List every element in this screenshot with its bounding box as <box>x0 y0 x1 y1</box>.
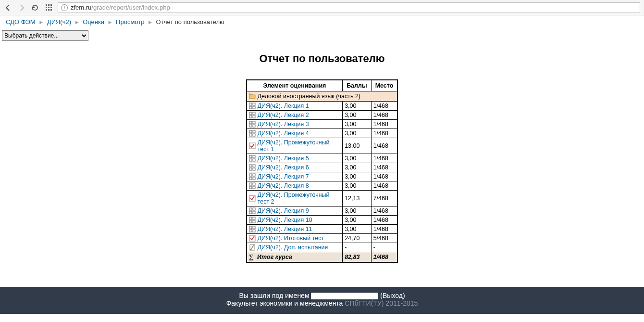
grade-score: 3,00 <box>343 181 372 191</box>
table-row: ДИЯ(ч2). Промежуточный тест 113,001/468 <box>247 138 398 154</box>
breadcrumb-sep-icon: ► <box>148 19 153 25</box>
grade-score: 3,00 <box>343 172 372 181</box>
sigma-icon: ∑ <box>249 253 254 260</box>
lesson-icon <box>249 217 256 223</box>
lesson-icon <box>249 130 256 137</box>
lesson-icon <box>249 112 256 118</box>
breadcrumb-link-view[interactable]: Просмотр <box>116 18 144 26</box>
lesson-icon <box>249 164 256 171</box>
apps-button[interactable] <box>44 3 53 12</box>
assignment-icon <box>249 244 256 251</box>
forward-button[interactable] <box>17 3 26 12</box>
lesson-icon <box>249 103 256 109</box>
grade-item-link[interactable]: ДИЯ(ч2). Промежуточный тест 1 <box>258 139 341 153</box>
grade-rank: 1/468 <box>371 181 397 191</box>
lesson-icon <box>249 226 256 232</box>
site-info-icon[interactable]: i <box>61 4 68 11</box>
logout-link[interactable]: (Выход) <box>380 292 405 299</box>
table-row: ДИЯ(ч2). Лекция 33,001/468 <box>247 120 398 129</box>
address-bar[interactable]: i zfem.ru/grade/report/user/index.php <box>58 2 640 13</box>
breadcrumb-link-grades[interactable]: Оценки <box>83 18 104 26</box>
table-row: ДИЯ(ч2). Лекция 23,001/468 <box>247 111 398 120</box>
grade-score: 3,00 <box>343 225 372 234</box>
table-row: ДИЯ(ч2). Лекция 43,001/468 <box>247 129 398 138</box>
course-label: Деловой иностранный язык (часть 2) <box>258 93 360 100</box>
grade-item-link[interactable]: ДИЯ(ч2). Лекция 4 <box>258 130 309 137</box>
table-row: ДИЯ(ч2). Лекция 13,001/468 <box>247 102 398 111</box>
table-row: ДИЯ(ч2). Итоговый тест24,705/468 <box>247 234 398 243</box>
grade-score: 3,00 <box>343 206 372 216</box>
header-score: Баллы <box>343 80 372 91</box>
grades-table: Элемент оценивания Баллы Место Деловой и… <box>246 79 398 263</box>
header-rank: Место <box>371 80 397 91</box>
lesson-icon <box>249 182 256 189</box>
breadcrumb-link-home[interactable]: СДО ФЭМ <box>6 18 36 26</box>
grade-item-link[interactable]: ДИЯ(ч2). Лекция 2 <box>258 112 309 118</box>
grade-rank: 1/468 <box>371 172 397 181</box>
grade-rank: 1/468 <box>371 216 397 225</box>
breadcrumb-sep-icon: ► <box>74 19 80 25</box>
grade-rank: 7/468 <box>371 191 397 206</box>
table-row: ДИЯ(ч2). Лекция 93,001/468 <box>247 206 398 216</box>
grade-item-link[interactable]: ДИЯ(ч2). Итоговый тест <box>258 235 324 242</box>
total-score: 82,83 <box>343 252 372 263</box>
lesson-icon <box>249 155 256 162</box>
faculty-text: Факультет экономики и менеджмента <box>226 299 345 307</box>
url-path: /grade/report/user/index.php <box>91 4 170 11</box>
grade-item-link[interactable]: ДИЯ(ч2). Лекция 10 <box>258 217 312 223</box>
grade-item-link[interactable]: ДИЯ(ч2). Лекция 6 <box>258 164 309 171</box>
reload-button[interactable] <box>31 3 39 12</box>
total-rank: 1/468 <box>371 252 397 263</box>
action-select[interactable]: Выбрать действие... <box>2 30 88 41</box>
grade-score: - <box>343 243 372 252</box>
header-item: Элемент оценивания <box>247 80 343 91</box>
course-row: Деловой иностранный язык (часть 2) <box>247 91 398 102</box>
grade-item-link[interactable]: ДИЯ(ч2). Лекция 5 <box>258 155 309 162</box>
table-row: ДИЯ(ч2). Лекция 53,001/468 <box>247 154 398 163</box>
grade-rank: - <box>371 243 397 252</box>
grade-score: 3,00 <box>343 102 372 111</box>
grade-item-link[interactable]: ДИЯ(ч2). Лекция 9 <box>258 207 309 214</box>
total-label: Итог курса <box>257 254 292 260</box>
logged-in-text: Вы зашли под именем <box>239 292 311 299</box>
total-row: ∑ Итог курса 82,83 1/468 <box>247 252 398 263</box>
grade-score: 13,00 <box>343 138 372 154</box>
grade-item-link[interactable]: ДИЯ(ч2). Лекция 3 <box>258 121 309 128</box>
grade-item-link[interactable]: ДИЯ(ч2). Лекция 8 <box>258 182 309 189</box>
username-redacted <box>311 293 378 299</box>
grade-rank: 1/468 <box>371 206 397 216</box>
url-host: zfem.ru <box>71 4 91 11</box>
table-row: ДИЯ(ч2). Доп. испытания-- <box>247 243 398 252</box>
grade-score: 3,00 <box>343 154 372 163</box>
grade-score: 12,13 <box>343 191 372 206</box>
lesson-icon <box>249 121 256 128</box>
table-row: ДИЯ(ч2). Лекция 63,001/468 <box>247 163 398 172</box>
grade-rank: 5/468 <box>371 234 397 243</box>
grade-rank: 1/468 <box>371 154 397 163</box>
grade-score: 3,00 <box>343 163 372 172</box>
grade-item-link[interactable]: ДИЯ(ч2). Лекция 11 <box>258 226 312 232</box>
grade-rank: 1/468 <box>371 138 397 154</box>
table-row: ДИЯ(ч2). Лекция 103,001/468 <box>247 216 398 225</box>
grade-item-link[interactable]: ДИЯ(ч2). Доп. испытания <box>258 244 328 251</box>
quiz-icon <box>249 195 256 202</box>
grade-item-link[interactable]: ДИЯ(ч2). Лекция 1 <box>258 103 309 109</box>
table-row: ДИЯ(ч2). Лекция 83,001/468 <box>247 181 398 191</box>
table-row: ДИЯ(ч2). Лекция 113,001/468 <box>247 225 398 234</box>
grade-item-link[interactable]: ДИЯ(ч2). Лекция 7 <box>258 173 309 180</box>
org-link[interactable]: СПбГТИ(ТУ) 2011-2015 <box>345 299 418 307</box>
breadcrumb-sep-icon: ► <box>38 19 44 25</box>
lesson-icon <box>249 207 256 214</box>
browser-toolbar: i zfem.ru/grade/report/user/index.php <box>0 0 644 15</box>
table-row: ДИЯ(ч2). Промежуточный тест 212,137/468 <box>247 191 398 206</box>
grade-score: 3,00 <box>343 120 372 129</box>
page-footer: Вы зашли под именем (Выход) Факультет эк… <box>0 287 644 314</box>
breadcrumb-link-course[interactable]: ДИЯ(ч2) <box>47 18 71 26</box>
grade-score: 24,70 <box>343 234 372 243</box>
grade-rank: 1/468 <box>371 120 397 129</box>
grade-item-link[interactable]: ДИЯ(ч2). Промежуточный тест 2 <box>258 192 341 205</box>
quiz-icon <box>249 235 256 242</box>
back-button[interactable] <box>4 3 12 12</box>
grade-rank: 1/468 <box>371 163 397 172</box>
svg-rect-0 <box>249 95 255 99</box>
